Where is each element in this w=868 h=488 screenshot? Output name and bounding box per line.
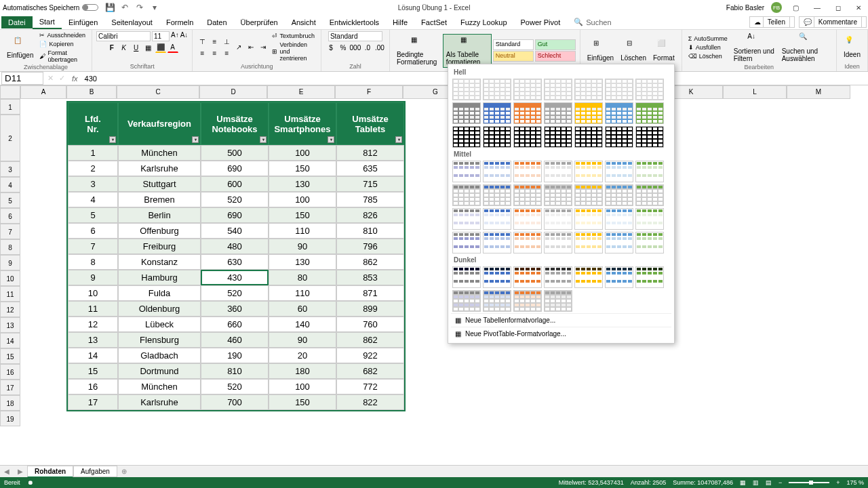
table-cell[interactable]: 150 [269, 161, 336, 176]
table-cell[interactable]: 90 [269, 332, 336, 348]
row-header[interactable]: 17 [0, 380, 20, 395]
zoom-level[interactable]: 175 % [846, 479, 864, 486]
table-cell[interactable]: 2 [68, 161, 118, 176]
merge-button[interactable]: ⊞ Verbinden und zentrieren [270, 41, 317, 62]
table-style-thumb[interactable] [483, 290, 511, 312]
autosum-button[interactable]: Σ AutoSumme [686, 35, 730, 43]
table-cell[interactable]: 100 [269, 145, 336, 161]
table-style-thumb[interactable] [574, 102, 603, 124]
qat-more-icon[interactable]: ▾ [150, 3, 159, 12]
italic-button[interactable]: K [119, 42, 130, 53]
decrease-decimal-button[interactable]: .00 [374, 42, 385, 53]
table-cell[interactable]: 60 [269, 301, 336, 317]
tab-start[interactable]: Start [33, 16, 62, 29]
table-cell[interactable]: 853 [336, 270, 404, 285]
border-button[interactable]: ▦ [143, 42, 154, 53]
view-layout-icon[interactable]: ▥ [753, 479, 759, 486]
table-style-thumb[interactable] [635, 266, 664, 288]
table-style-thumb[interactable] [605, 126, 633, 148]
table-style-thumb[interactable] [483, 126, 511, 148]
table-cell[interactable]: 520 [201, 192, 269, 207]
zoom-slider[interactable] [789, 482, 829, 483]
search-box[interactable]: 🔍 Suchen [574, 18, 611, 26]
row-header[interactable]: 9 [0, 255, 20, 270]
align-center-button[interactable]: ≡ [209, 47, 220, 58]
table-cell[interactable]: 922 [336, 348, 404, 363]
table-cell[interactable]: 871 [336, 285, 404, 301]
table-style-thumb[interactable] [544, 126, 572, 148]
filter-icon[interactable]: ▾ [192, 136, 199, 143]
record-macro-icon[interactable]: ⏺ [27, 479, 33, 486]
table-cell[interactable]: 796 [336, 239, 404, 254]
filter-icon[interactable]: ▾ [328, 136, 334, 143]
autosave-toggle[interactable] [82, 4, 98, 11]
select-all-corner[interactable] [0, 85, 20, 99]
table-style-thumb[interactable] [544, 208, 572, 230]
conditional-formatting-button[interactable]: ▦ Bedingte Formatierung [394, 35, 441, 67]
tab-seitenlayout[interactable]: Seitenlayout [104, 16, 159, 28]
table-cell[interactable]: 810 [336, 223, 404, 239]
underline-button[interactable]: U [131, 42, 142, 53]
style-gut[interactable]: Gut [535, 39, 576, 50]
kommentare-button[interactable]: 💬 Kommentare [799, 16, 867, 28]
fx-icon[interactable]: fx [68, 75, 82, 83]
increase-decimal-button[interactable]: .0 [362, 42, 373, 53]
table-style-thumb[interactable] [483, 161, 511, 182]
add-sheet-button[interactable]: ⊕ [117, 466, 131, 476]
align-left-button[interactable]: ≡ [197, 47, 208, 58]
table-style-thumb[interactable] [513, 161, 542, 182]
filter-icon[interactable]: ▾ [260, 136, 267, 143]
row-header[interactable]: 13 [0, 317, 20, 333]
table-style-thumb[interactable] [513, 102, 542, 124]
table-cell[interactable]: Gladbach [118, 348, 201, 363]
table-cell[interactable]: 715 [336, 176, 404, 192]
table-style-thumb[interactable] [513, 79, 542, 100]
table-cell[interactable]: Offenburg [118, 223, 201, 239]
table-style-thumb[interactable] [513, 126, 542, 148]
sheet-nav-prev[interactable]: ◀ [0, 468, 14, 475]
col-header[interactable]: E [267, 85, 335, 99]
table-header[interactable]: Verkaufsregion▾ [118, 102, 201, 145]
table-cell[interactable]: 8 [68, 254, 118, 270]
table-style-thumb[interactable] [574, 184, 603, 206]
table-style-thumb[interactable] [544, 184, 572, 206]
table-cell[interactable]: 430 [201, 270, 269, 285]
row-header[interactable]: 12 [0, 302, 20, 317]
table-style-thumb[interactable] [452, 208, 481, 230]
table-style-thumb[interactable] [544, 102, 572, 124]
table-style-thumb[interactable] [483, 208, 511, 230]
table-cell[interactable]: 110 [269, 285, 336, 301]
table-style-thumb[interactable] [605, 266, 633, 288]
tab-powerpivot[interactable]: Power Pivot [514, 16, 568, 28]
table-style-thumb[interactable] [605, 79, 633, 100]
table-cell[interactable]: 190 [201, 348, 269, 363]
align-middle-button[interactable]: ≡ [209, 36, 220, 47]
zoom-in-button[interactable]: + [836, 479, 840, 486]
table-style-thumb[interactable] [574, 232, 603, 253]
decrease-indent-button[interactable]: ⇤ [245, 42, 256, 53]
table-style-thumb[interactable] [513, 208, 542, 230]
col-header[interactable]: C [117, 85, 199, 99]
row-header[interactable]: 4 [0, 177, 20, 192]
table-cell[interactable]: Freiburg [118, 239, 201, 254]
table-cell[interactable]: 862 [336, 254, 404, 270]
table-style-thumb[interactable] [605, 161, 633, 182]
table-cell[interactable]: Lübeck [118, 317, 201, 332]
clear-button[interactable]: ⌫ Löschen [686, 52, 730, 60]
currency-button[interactable]: $ [326, 42, 336, 53]
filter-icon[interactable]: ▾ [395, 136, 402, 143]
table-cell[interactable]: 4 [68, 192, 118, 207]
table-cell[interactable]: Fulda [118, 285, 201, 301]
table-cell[interactable]: 822 [336, 394, 404, 410]
table-cell[interactable]: 3 [68, 176, 118, 192]
table-cell[interactable]: 150 [269, 207, 336, 223]
number-format-select[interactable] [328, 31, 382, 41]
table-cell[interactable]: 100 [269, 379, 336, 394]
orientation-button[interactable]: ↗ [233, 42, 244, 53]
table-cell[interactable]: 14 [68, 348, 118, 363]
row-header[interactable]: 19 [0, 411, 20, 426]
table-cell[interactable]: 460 [201, 332, 269, 348]
find-select-button[interactable]: 🔍Suchen und Auswählen [779, 31, 832, 64]
comma-button[interactable]: 000 [350, 42, 361, 53]
table-cell[interactable]: 812 [336, 145, 404, 161]
